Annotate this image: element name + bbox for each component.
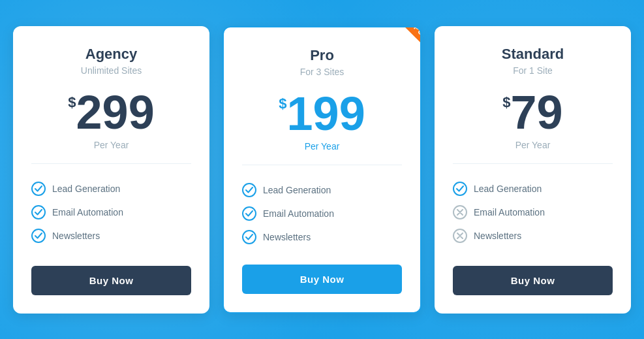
price-block: $ 199 — [279, 90, 365, 137]
features-list: Lead Generation Email Automation — [31, 177, 191, 250]
feature-item: Email Automation — [453, 201, 613, 224]
feature-label: Newsletters — [52, 231, 100, 241]
divider — [242, 165, 402, 165]
price-dollar-sign: $ — [279, 95, 286, 112]
price-period: Per Year — [515, 140, 551, 150]
feature-label: Lead Generation — [474, 184, 542, 194]
check-icon — [242, 206, 256, 221]
feature-label: Email Automation — [263, 208, 334, 219]
check-icon — [453, 182, 467, 196]
feature-item: Newsletters — [453, 224, 613, 248]
feature-item: Lead Generation — [31, 177, 191, 201]
divider — [453, 163, 613, 164]
feature-item: Newsletters — [31, 224, 191, 248]
check-icon — [242, 230, 256, 244]
price-dollar-sign: $ — [502, 94, 510, 111]
card-subtitle: For 3 Sites — [300, 67, 345, 77]
feature-label: Newsletters — [474, 231, 521, 241]
pricing-card-pro: POPULAR Pro For 3 Sites $ 199 Per Year — [222, 26, 422, 314]
popular-ribbon-text: POPULAR — [390, 27, 420, 63]
feature-label: Email Automation — [474, 207, 545, 218]
price-period: Per Year — [305, 141, 340, 152]
card-subtitle: Unlimited Sites — [81, 65, 142, 76]
cross-icon — [453, 229, 467, 243]
price-dollar-sign: $ — [68, 94, 76, 111]
price-period: Per Year — [94, 140, 129, 150]
pricing-card-agency: Agency Unlimited Sites $ 299 Per Year L — [13, 26, 209, 314]
divider — [31, 163, 191, 164]
feature-label: Lead Generation — [263, 185, 331, 195]
pricing-card-standard: Standard For 1 Site $ 79 Per Year Lead — [435, 26, 631, 314]
feature-label: Lead Generation — [52, 184, 120, 194]
price-block: $ 299 — [68, 89, 154, 136]
feature-item: Lead Generation — [242, 178, 402, 202]
feature-item: Email Automation — [242, 202, 402, 225]
feature-item: Newsletters — [242, 225, 402, 249]
popular-ribbon: POPULAR — [368, 27, 420, 80]
price-block: $ 79 — [502, 89, 562, 136]
buy-now-button[interactable]: Buy Now — [31, 266, 191, 295]
feature-item: Lead Generation — [453, 177, 613, 201]
price-amount: 199 — [287, 90, 365, 137]
check-icon — [242, 183, 256, 197]
features-list: Lead Generation Email Automation — [242, 178, 402, 249]
buy-now-button[interactable]: Buy Now — [242, 265, 402, 294]
feature-label: Newsletters — [263, 232, 311, 242]
card-title: Pro — [310, 47, 334, 64]
check-icon — [31, 229, 46, 243]
features-list: Lead Generation Email Automation — [453, 177, 613, 250]
card-title: Agency — [85, 46, 137, 63]
feature-label: Email Automation — [52, 207, 123, 218]
cross-icon — [453, 205, 467, 219]
price-amount: 79 — [511, 89, 563, 136]
price-amount: 299 — [76, 89, 155, 136]
pricing-container: Agency Unlimited Sites $ 299 Per Year L — [13, 26, 631, 314]
buy-now-button[interactable]: Buy Now — [453, 266, 613, 295]
card-subtitle: For 1 Site — [513, 65, 553, 76]
check-icon — [31, 182, 46, 196]
card-title: Standard — [502, 46, 564, 63]
feature-item: Email Automation — [31, 201, 191, 224]
check-icon — [31, 205, 46, 219]
